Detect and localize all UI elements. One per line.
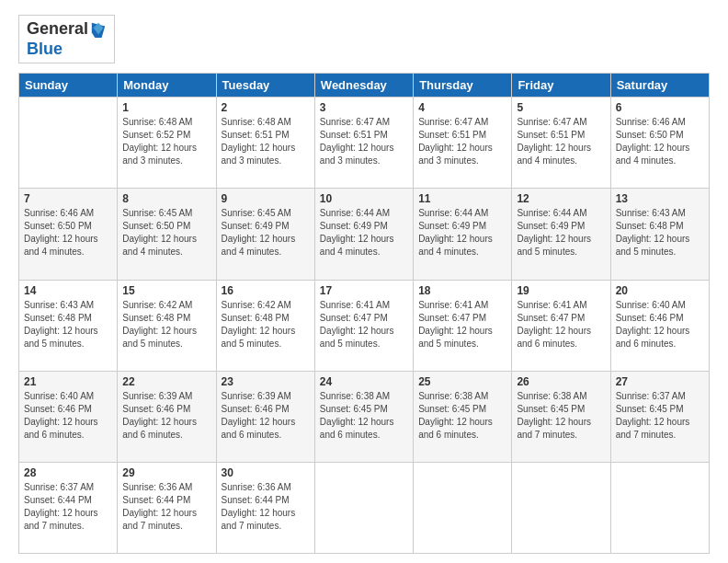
day-info: Sunrise: 6:38 AMSunset: 6:45 PMDaylight:… xyxy=(418,390,506,442)
day-number: 16 xyxy=(222,284,310,297)
weekday-header-thursday: Thursday xyxy=(414,74,512,98)
day-number: 2 xyxy=(222,101,310,114)
calendar-cell: 21Sunrise: 6:40 AMSunset: 6:46 PMDayligh… xyxy=(19,371,118,462)
day-number: 6 xyxy=(616,101,704,114)
day-info: Sunrise: 6:45 AMSunset: 6:50 PMDaylight:… xyxy=(122,207,210,259)
page: GeneralBlue SundayMondayTuesdayWednesday… xyxy=(0,0,728,563)
calendar-week-row: 21Sunrise: 6:40 AMSunset: 6:46 PMDayligh… xyxy=(19,371,710,462)
calendar-week-row: 7Sunrise: 6:46 AMSunset: 6:50 PMDaylight… xyxy=(19,189,710,280)
calendar-cell: 1Sunrise: 6:48 AMSunset: 6:52 PMDaylight… xyxy=(118,98,216,189)
day-number: 21 xyxy=(24,375,112,388)
day-number: 25 xyxy=(418,375,506,388)
day-number: 22 xyxy=(122,375,210,388)
day-number: 3 xyxy=(320,101,408,114)
day-info: Sunrise: 6:47 AMSunset: 6:51 PMDaylight:… xyxy=(320,116,408,167)
day-number: 1 xyxy=(122,101,210,114)
day-info: Sunrise: 6:37 AMSunset: 6:44 PMDaylight:… xyxy=(24,481,112,533)
day-number: 14 xyxy=(24,284,112,297)
day-number: 13 xyxy=(616,192,704,205)
day-info: Sunrise: 6:39 AMSunset: 6:46 PMDaylight:… xyxy=(122,390,210,442)
calendar-week-row: 1Sunrise: 6:48 AMSunset: 6:52 PMDaylight… xyxy=(19,98,710,189)
day-number: 30 xyxy=(222,466,310,479)
calendar-week-row: 28Sunrise: 6:37 AMSunset: 6:44 PMDayligh… xyxy=(19,462,710,553)
calendar-cell: 15Sunrise: 6:42 AMSunset: 6:48 PMDayligh… xyxy=(118,280,216,371)
calendar-header-row: SundayMondayTuesdayWednesdayThursdayFrid… xyxy=(19,74,710,98)
calendar-cell: 24Sunrise: 6:38 AMSunset: 6:45 PMDayligh… xyxy=(314,371,413,462)
calendar-table: SundayMondayTuesdayWednesdayThursdayFrid… xyxy=(18,73,710,554)
day-number: 15 xyxy=(122,284,210,297)
calendar-cell: 3Sunrise: 6:47 AMSunset: 6:51 PMDaylight… xyxy=(314,98,413,189)
header: GeneralBlue xyxy=(18,15,710,63)
calendar-cell: 20Sunrise: 6:40 AMSunset: 6:46 PMDayligh… xyxy=(610,280,709,371)
day-info: Sunrise: 6:47 AMSunset: 6:51 PMDaylight:… xyxy=(517,116,605,167)
day-info: Sunrise: 6:44 AMSunset: 6:49 PMDaylight:… xyxy=(517,207,605,259)
calendar-cell: 2Sunrise: 6:48 AMSunset: 6:51 PMDaylight… xyxy=(216,98,314,189)
calendar-cell: 12Sunrise: 6:44 AMSunset: 6:49 PMDayligh… xyxy=(512,189,610,280)
calendar-cell: 28Sunrise: 6:37 AMSunset: 6:44 PMDayligh… xyxy=(19,462,118,553)
calendar-cell: 30Sunrise: 6:36 AMSunset: 6:44 PMDayligh… xyxy=(216,462,314,553)
day-info: Sunrise: 6:40 AMSunset: 6:46 PMDaylight:… xyxy=(24,390,112,442)
weekday-header-saturday: Saturday xyxy=(610,74,709,98)
day-info: Sunrise: 6:45 AMSunset: 6:49 PMDaylight:… xyxy=(222,207,310,259)
calendar-cell xyxy=(512,462,610,553)
day-number: 4 xyxy=(418,101,506,114)
day-info: Sunrise: 6:41 AMSunset: 6:47 PMDaylight:… xyxy=(418,299,506,350)
weekday-header-sunday: Sunday xyxy=(19,74,118,98)
calendar-cell: 19Sunrise: 6:41 AMSunset: 6:47 PMDayligh… xyxy=(512,280,610,371)
calendar-cell: 22Sunrise: 6:39 AMSunset: 6:46 PMDayligh… xyxy=(118,371,216,462)
day-number: 18 xyxy=(418,284,506,297)
calendar-cell xyxy=(414,462,512,553)
calendar-cell: 9Sunrise: 6:45 AMSunset: 6:49 PMDaylight… xyxy=(216,189,314,280)
day-info: Sunrise: 6:37 AMSunset: 6:45 PMDaylight:… xyxy=(616,390,704,442)
logo-blue-text: Blue xyxy=(27,40,63,58)
day-number: 20 xyxy=(616,284,704,297)
day-info: Sunrise: 6:44 AMSunset: 6:49 PMDaylight:… xyxy=(418,207,506,259)
day-info: Sunrise: 6:46 AMSunset: 6:50 PMDaylight:… xyxy=(24,207,112,259)
day-info: Sunrise: 6:47 AMSunset: 6:51 PMDaylight:… xyxy=(418,116,506,167)
day-info: Sunrise: 6:46 AMSunset: 6:50 PMDaylight:… xyxy=(616,116,704,167)
calendar-week-row: 14Sunrise: 6:43 AMSunset: 6:48 PMDayligh… xyxy=(19,280,710,371)
day-info: Sunrise: 6:38 AMSunset: 6:45 PMDaylight:… xyxy=(517,390,605,442)
calendar-cell: 14Sunrise: 6:43 AMSunset: 6:48 PMDayligh… xyxy=(19,280,118,371)
calendar-cell: 26Sunrise: 6:38 AMSunset: 6:45 PMDayligh… xyxy=(512,371,610,462)
calendar-cell: 29Sunrise: 6:36 AMSunset: 6:44 PMDayligh… xyxy=(118,462,216,553)
day-number: 29 xyxy=(122,466,210,479)
weekday-header-monday: Monday xyxy=(118,74,216,98)
day-number: 7 xyxy=(24,192,112,205)
calendar-cell: 25Sunrise: 6:38 AMSunset: 6:45 PMDayligh… xyxy=(414,371,512,462)
logo-general-text: General xyxy=(27,19,88,40)
calendar-cell: 5Sunrise: 6:47 AMSunset: 6:51 PMDaylight… xyxy=(512,98,610,189)
day-number: 5 xyxy=(517,101,605,114)
day-info: Sunrise: 6:36 AMSunset: 6:44 PMDaylight:… xyxy=(122,481,210,533)
day-info: Sunrise: 6:48 AMSunset: 6:52 PMDaylight:… xyxy=(122,116,210,167)
day-number: 19 xyxy=(517,284,605,297)
day-info: Sunrise: 6:41 AMSunset: 6:47 PMDaylight:… xyxy=(517,299,605,350)
logo: GeneralBlue xyxy=(18,15,115,63)
day-info: Sunrise: 6:36 AMSunset: 6:44 PMDaylight:… xyxy=(222,481,310,533)
day-info: Sunrise: 6:48 AMSunset: 6:51 PMDaylight:… xyxy=(222,116,310,167)
day-number: 8 xyxy=(122,192,210,205)
calendar-cell xyxy=(314,462,413,553)
day-number: 27 xyxy=(616,375,704,388)
logo-box: GeneralBlue xyxy=(18,15,115,63)
day-info: Sunrise: 6:42 AMSunset: 6:48 PMDaylight:… xyxy=(222,299,310,350)
calendar-cell: 6Sunrise: 6:46 AMSunset: 6:50 PMDaylight… xyxy=(610,98,709,189)
day-number: 24 xyxy=(320,375,408,388)
calendar-cell: 27Sunrise: 6:37 AMSunset: 6:45 PMDayligh… xyxy=(610,371,709,462)
weekday-header-friday: Friday xyxy=(512,74,610,98)
calendar-cell: 7Sunrise: 6:46 AMSunset: 6:50 PMDaylight… xyxy=(19,189,118,280)
day-number: 10 xyxy=(320,192,408,205)
logo-icon xyxy=(90,21,107,38)
calendar-cell xyxy=(610,462,709,553)
calendar-cell: 4Sunrise: 6:47 AMSunset: 6:51 PMDaylight… xyxy=(414,98,512,189)
day-number: 9 xyxy=(222,192,310,205)
calendar-cell: 17Sunrise: 6:41 AMSunset: 6:47 PMDayligh… xyxy=(314,280,413,371)
day-info: Sunrise: 6:43 AMSunset: 6:48 PMDaylight:… xyxy=(616,207,704,259)
day-info: Sunrise: 6:44 AMSunset: 6:49 PMDaylight:… xyxy=(320,207,408,259)
calendar-cell: 13Sunrise: 6:43 AMSunset: 6:48 PMDayligh… xyxy=(610,189,709,280)
calendar-cell: 8Sunrise: 6:45 AMSunset: 6:50 PMDaylight… xyxy=(118,189,216,280)
day-number: 28 xyxy=(24,466,112,479)
calendar-cell: 16Sunrise: 6:42 AMSunset: 6:48 PMDayligh… xyxy=(216,280,314,371)
day-info: Sunrise: 6:42 AMSunset: 6:48 PMDaylight:… xyxy=(122,299,210,350)
day-number: 12 xyxy=(517,192,605,205)
